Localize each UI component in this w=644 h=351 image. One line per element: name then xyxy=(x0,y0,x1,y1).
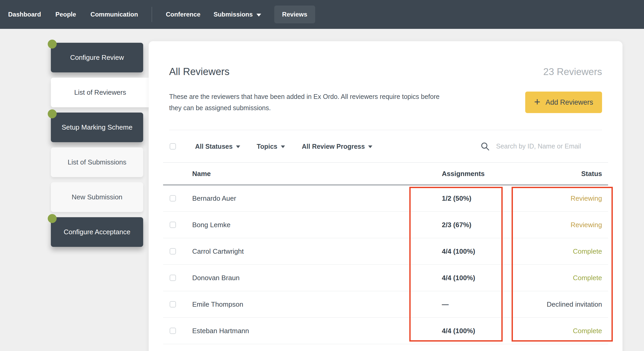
reviewers-panel: All Reviewers 23 Reviewers These are the… xyxy=(149,41,622,351)
reviewer-status: Complete xyxy=(573,247,602,256)
sidebar-item-label: List of Reviewers xyxy=(74,88,126,97)
select-all-checkbox[interactable] xyxy=(170,143,176,150)
column-header-name: Name xyxy=(192,170,211,178)
nav-item-conference[interactable]: Conference xyxy=(166,11,200,18)
row-checkbox[interactable] xyxy=(170,248,176,254)
add-reviewers-label: Add Reviewers xyxy=(545,98,593,107)
row-checkbox[interactable] xyxy=(170,301,176,307)
reviewer-name: Bong Lemke xyxy=(192,221,230,229)
nav-item-people[interactable]: People xyxy=(55,11,76,18)
sidebar-item-setup-marking-scheme[interactable]: Setup Marking Scheme xyxy=(51,113,143,142)
reviewer-status: Reviewing xyxy=(571,221,602,229)
row-checkbox[interactable] xyxy=(170,275,176,281)
column-header-assignments: Assignments xyxy=(442,170,485,178)
screen: Dashboard People Communication Conferenc… xyxy=(0,0,644,351)
review-steps-sidebar: Configure Review List of Reviewers Setup… xyxy=(51,43,149,247)
reviewer-assignments: 4/4 (100%) xyxy=(442,247,475,256)
reviewer-status: Complete xyxy=(573,327,602,335)
reviewer-status: Declined invitation xyxy=(547,300,602,309)
chevron-down-icon xyxy=(368,146,372,148)
filter-row: All Statuses Topics All Review Progress xyxy=(163,130,608,163)
reviewer-name: Emile Thompson xyxy=(192,300,243,309)
search-input[interactable] xyxy=(496,142,621,150)
page-description: These are the reviewers that have been a… xyxy=(169,91,448,114)
reviewer-assignments: 4/4 (100%) xyxy=(442,327,475,335)
table-row: Donovan Braun 4/4 (100%) Complete xyxy=(163,265,608,291)
sidebar-item-label: Setup Marking Scheme xyxy=(62,123,132,131)
reviewer-name: Esteban Hartmann xyxy=(192,327,249,335)
sidebar-item-configure-review[interactable]: Configure Review xyxy=(51,43,143,72)
reviewer-name: Donovan Braun xyxy=(192,274,240,282)
nav-item-dashboard[interactable]: Dashboard xyxy=(8,11,41,18)
table-row: Bernardo Auer 1/2 (50%) Reviewing xyxy=(163,185,608,212)
filter-topics[interactable]: Topics xyxy=(257,142,285,150)
filter-review-progress-label: All Review Progress xyxy=(302,142,365,150)
filter-statuses-label: All Statuses xyxy=(195,142,233,150)
sidebar-item-label: New Submission xyxy=(72,193,122,201)
primary-nav: Dashboard People Communication xyxy=(8,11,138,18)
column-header-status: Status xyxy=(581,170,602,178)
sidebar-item-list-of-submissions[interactable]: List of Submissions xyxy=(51,147,143,177)
top-nav: Dashboard People Communication Conferenc… xyxy=(0,0,644,29)
completed-dot-icon xyxy=(48,109,57,118)
table-row: Carrol Cartwright 4/4 (100%) Complete xyxy=(163,238,608,265)
completed-dot-icon xyxy=(48,214,57,223)
chevron-down-icon xyxy=(256,14,261,17)
sidebar-item-label: Configure Acceptance xyxy=(64,228,130,236)
filter-topics-label: Topics xyxy=(257,142,277,150)
nav-divider xyxy=(152,7,152,22)
page-title: All Reviewers xyxy=(169,66,229,77)
sidebar-item-new-submission[interactable]: New Submission xyxy=(51,182,143,212)
completed-dot-icon xyxy=(48,40,57,49)
reviewer-assignments: 4/4 (100%) xyxy=(442,274,475,282)
chevron-down-icon xyxy=(281,146,285,148)
reviewer-status: Complete xyxy=(573,274,602,282)
nav-item-communication[interactable]: Communication xyxy=(90,11,138,18)
secondary-nav: Conference Submissions Reviews xyxy=(166,6,315,23)
nav-item-submissions[interactable]: Submissions xyxy=(213,11,261,18)
chevron-down-icon xyxy=(236,146,240,148)
table-header: Name Assignments Status xyxy=(163,163,608,185)
sidebar-item-label: Configure Review xyxy=(70,54,124,62)
row-checkbox[interactable] xyxy=(170,328,176,334)
search-icon xyxy=(480,142,490,151)
table-row: Emile Thompson — Declined invitation xyxy=(163,291,608,318)
row-checkbox[interactable] xyxy=(170,195,176,201)
sidebar-item-list-of-reviewers[interactable]: List of Reviewers xyxy=(51,78,149,107)
table-row: Esteban Hartmann 4/4 (100%) Complete xyxy=(163,318,608,344)
add-reviewers-button[interactable]: + Add Reviewers xyxy=(525,92,602,113)
reviewer-count: 23 Reviewers xyxy=(543,66,602,77)
sidebar-item-configure-acceptance[interactable]: Configure Acceptance xyxy=(51,217,143,247)
nav-item-reviews[interactable]: Reviews xyxy=(274,6,315,23)
search-box xyxy=(480,142,621,151)
filter-statuses[interactable]: All Statuses xyxy=(195,142,240,150)
reviewer-name: Bernardo Auer xyxy=(192,194,236,203)
reviewer-assignments: 2/3 (67%) xyxy=(442,221,471,229)
filter-review-progress[interactable]: All Review Progress xyxy=(302,142,372,150)
reviewer-status: Reviewing xyxy=(571,194,602,203)
nav-item-submissions-label: Submissions xyxy=(213,11,253,18)
sidebar-item-label: List of Submissions xyxy=(68,158,126,166)
reviewer-assignments: — xyxy=(442,300,449,309)
reviewer-assignments: 1/2 (50%) xyxy=(442,194,471,203)
row-checkbox[interactable] xyxy=(170,222,176,228)
reviewer-name: Carrol Cartwright xyxy=(192,247,244,256)
table-row: Bong Lemke 2/3 (67%) Reviewing xyxy=(163,212,608,238)
